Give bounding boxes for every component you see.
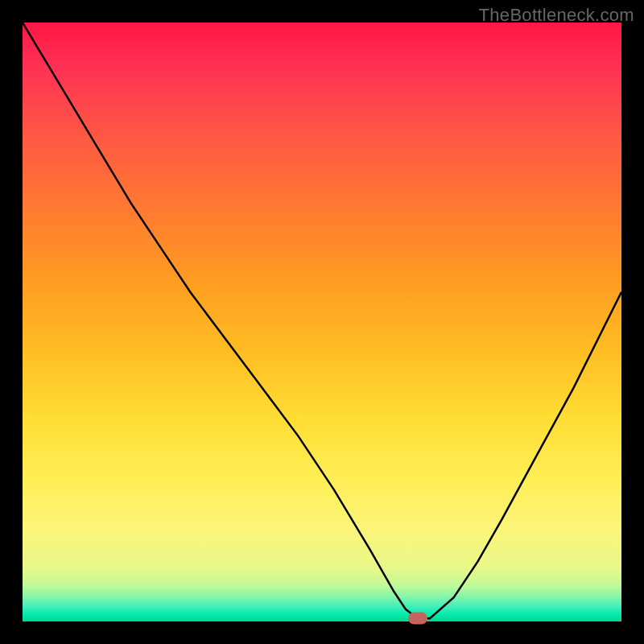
chart-container xyxy=(23,23,621,621)
watermark-text: TheBottleneck.com xyxy=(479,5,634,26)
optimal-point-marker xyxy=(408,613,427,625)
bottleneck-curve xyxy=(23,23,621,621)
